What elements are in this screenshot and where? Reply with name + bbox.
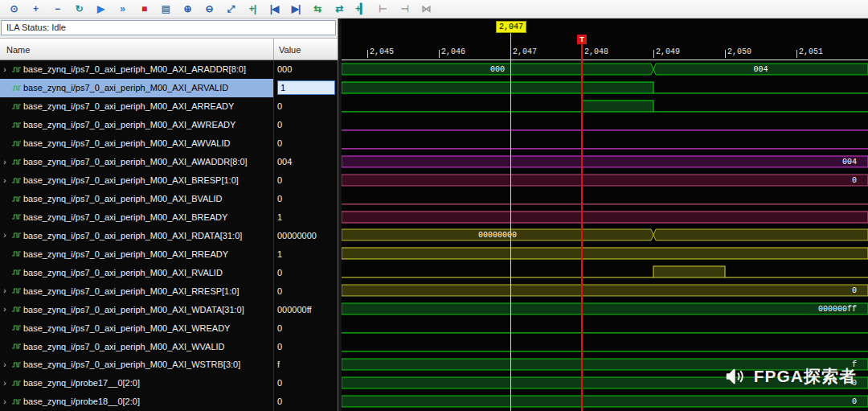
signal-row[interactable]: base_zynq_i/ps7_0_axi_periph_M00_AXI_AWV… [0, 134, 338, 153]
signal-row[interactable]: base_zynq_i/ps7_0_axi_periph_M00_AXI_RRE… [0, 245, 338, 263]
run-trigger-button[interactable]: ▶ [91, 2, 110, 17]
name-column-header[interactable]: Name [0, 39, 273, 60]
wave-row[interactable] [342, 116, 868, 134]
signal-name-cell[interactable]: base_zynq_i/ps7_0_axi_periph_M00_AXI_ARR… [0, 97, 273, 116]
wave-row[interactable]: 00000000 [342, 226, 868, 245]
wave-row[interactable]: 0 [342, 393, 868, 411]
signal-row[interactable]: base_zynq_i/ps7_0_axi_periph_M00_AXI_AWR… [0, 116, 338, 134]
expander-icon[interactable]: › [0, 305, 10, 314]
wave-row[interactable] [342, 208, 868, 227]
signal-value-cell[interactable]: 0 [273, 374, 338, 393]
signal-row[interactable]: ›base_zynq_i/ps7_0_axi_periph_M00_AXI_RR… [0, 282, 338, 300]
wave-row[interactable] [342, 337, 868, 356]
signal-row[interactable]: ›base_zynq_i/ps7_0_axi_periph_M00_AXI_BR… [0, 171, 338, 190]
stop-trigger-button[interactable]: ■ [134, 2, 154, 17]
next-transition-button[interactable]: ⇄ [330, 2, 349, 17]
wave-row[interactable]: 0 [342, 374, 868, 393]
wave-row[interactable] [342, 79, 868, 97]
cursor-line[interactable] [510, 31, 511, 411]
signal-row[interactable]: ›base_zynq_i/probe18__0[2:0]0 [0, 393, 338, 411]
signal-name-cell[interactable]: ›base_zynq_i/ps7_0_axi_periph_M00_AXI_RD… [0, 226, 273, 245]
snap-left-button[interactable]: ⊢ [373, 2, 392, 17]
time-ruler[interactable]: 2,0452,0462,0472,0482,0492,0502,051 [342, 18, 868, 60]
signal-name-cell[interactable]: ›base_zynq_i/probe18__0[2:0] [0, 393, 273, 411]
wave-row[interactable] [342, 263, 868, 282]
expander-icon[interactable]: › [0, 286, 10, 295]
auto-retrigger-button[interactable]: ↻ [69, 2, 88, 17]
signal-name-cell[interactable]: base_zynq_i/ps7_0_axi_periph_M00_AXI_RRE… [0, 245, 273, 263]
expander-icon[interactable]: › [0, 65, 10, 74]
signal-name-cell[interactable]: ›base_zynq_i/ps7_0_axi_periph_M00_AXI_AW… [0, 153, 273, 171]
add-probe-button[interactable]: + [26, 2, 45, 17]
add-marker-button[interactable]: +▎ [351, 2, 371, 17]
signal-row[interactable]: base_zynq_i/ps7_0_axi_periph_M00_AXI_WRE… [0, 319, 338, 337]
signal-name-cell[interactable]: base_zynq_i/ps7_0_axi_periph_M00_AXI_BVA… [0, 190, 273, 208]
signal-value-cell[interactable]: 0 [273, 337, 338, 356]
signal-value-cell[interactable]: 0 [273, 263, 338, 282]
zoom-to-cursor-button[interactable]: +| [243, 2, 262, 17]
go-to-end-button[interactable]: ▶| [286, 2, 305, 17]
signal-value-cell[interactable]: 1 [273, 245, 338, 263]
signal-value-cell[interactable]: 00000000 [273, 226, 338, 245]
signal-name-cell[interactable]: base_zynq_i/ps7_0_axi_periph_M00_AXI_AWV… [0, 134, 273, 153]
signal-name-cell[interactable]: ›base_zynq_i/ps7_0_axi_periph_M00_AXI_AR… [0, 60, 273, 79]
signal-name-cell[interactable]: ›base_zynq_i/ps7_0_axi_periph_M00_AXI_RR… [0, 282, 273, 300]
signal-name-cell[interactable]: base_zynq_i/ps7_0_axi_periph_M00_AXI_WVA… [0, 337, 273, 356]
wave-row[interactable]: 0 [342, 171, 868, 190]
wave-row[interactable] [342, 134, 868, 153]
remove-probe-button[interactable]: − [47, 2, 67, 17]
snap-right-button[interactable]: ⊣ [395, 2, 414, 17]
signal-name-cell[interactable]: ›base_zynq_i/ps7_0_axi_periph_M00_AXI_WD… [0, 300, 273, 319]
expander-icon[interactable]: › [0, 397, 10, 406]
signal-row[interactable]: ›base_zynq_i/probe17__0[2:0]0 [0, 374, 338, 393]
signal-value-cell[interactable]: 1 [273, 208, 338, 227]
signal-value-cell[interactable]: 004 [273, 153, 338, 171]
signal-value-cell[interactable]: 0 [273, 190, 338, 208]
zoom-out-button[interactable]: ⊖ [199, 2, 219, 17]
expander-icon[interactable]: › [0, 360, 10, 369]
signal-row[interactable]: ›base_zynq_i/ps7_0_axi_periph_M00_AXI_WD… [0, 300, 338, 319]
signal-name-cell[interactable]: ›base_zynq_i/ps7_0_axi_periph_M00_AXI_BR… [0, 171, 273, 190]
signal-row[interactable]: base_zynq_i/ps7_0_axi_periph_M00_AXI_BVA… [0, 190, 338, 208]
signal-row[interactable]: ›base_zynq_i/ps7_0_axi_periph_M00_AXI_RD… [0, 226, 338, 245]
previous-transition-button[interactable]: ⇆ [308, 2, 327, 17]
signal-row[interactable]: ›base_zynq_i/ps7_0_axi_periph_M00_AXI_AR… [0, 60, 338, 79]
expander-icon[interactable]: › [0, 231, 10, 240]
value-column-header[interactable]: Value [273, 39, 338, 60]
signal-value-cell[interactable]: 0 [273, 116, 338, 134]
signal-name-cell[interactable]: ›base_zynq_i/probe17__0[2:0] [0, 374, 273, 393]
link-cursors-button[interactable]: ⋈ [416, 2, 436, 17]
signal-value-cell[interactable]: 0 [273, 393, 338, 411]
go-to-start-button[interactable]: |◀ [264, 2, 284, 17]
signal-name-cell[interactable]: base_zynq_i/ps7_0_axi_periph_M00_AXI_RVA… [0, 263, 273, 282]
wave-row[interactable]: 000004 [342, 60, 868, 79]
expander-icon[interactable]: › [0, 158, 10, 166]
wave-row[interactable] [342, 97, 868, 116]
signal-row[interactable]: base_zynq_i/ps7_0_axi_periph_M00_AXI_ARR… [0, 97, 338, 116]
signal-row[interactable]: ›base_zynq_i/ps7_0_axi_periph_M00_AXI_WS… [0, 356, 338, 374]
zoom-in-button[interactable]: ⊕ [178, 2, 197, 17]
signal-name-cell[interactable]: base_zynq_i/ps7_0_axi_periph_M00_AXI_WRE… [0, 319, 273, 337]
wave-row[interactable] [342, 245, 868, 263]
signal-row[interactable]: base_zynq_i/ps7_0_axi_periph_M00_AXI_WVA… [0, 337, 338, 356]
signal-value-cell[interactable]: 1 [273, 79, 338, 97]
signal-name-cell[interactable]: base_zynq_i/ps7_0_axi_periph_M00_AXI_AWR… [0, 116, 273, 134]
expander-icon[interactable]: › [0, 176, 10, 185]
signal-name-cell[interactable]: base_zynq_i/ps7_0_axi_periph_M00_AXI_ARV… [0, 79, 273, 97]
wave-row[interactable] [342, 190, 868, 208]
wave-row[interactable] [342, 319, 868, 337]
signal-value-cell[interactable]: f [273, 356, 338, 374]
wave-row[interactable]: 000000ff [342, 300, 868, 319]
signal-value-cell[interactable]: 000 [273, 60, 338, 79]
wave-row[interactable]: 0 [342, 282, 868, 300]
trigger-marker[interactable]: T [577, 35, 587, 44]
zoom-fit-button[interactable]: ⤢ [221, 2, 240, 17]
wave-row[interactable]: f [342, 356, 868, 374]
signal-value-cell[interactable]: 0 [273, 134, 338, 153]
signal-row[interactable]: base_zynq_i/ps7_0_axi_periph_M00_AXI_ARV… [0, 79, 338, 97]
waveform-panel[interactable]: 2,0452,0462,0472,0482,0492,0502,051 0000… [342, 18, 868, 411]
signal-row[interactable]: ›base_zynq_i/ps7_0_axi_periph_M00_AXI_AW… [0, 153, 338, 171]
signal-row[interactable]: base_zynq_i/ps7_0_axi_periph_M00_AXI_RVA… [0, 263, 338, 282]
run-trigger-immediate-button[interactable]: » [113, 2, 132, 17]
signal-value-cell[interactable]: 000000ff [273, 300, 338, 319]
